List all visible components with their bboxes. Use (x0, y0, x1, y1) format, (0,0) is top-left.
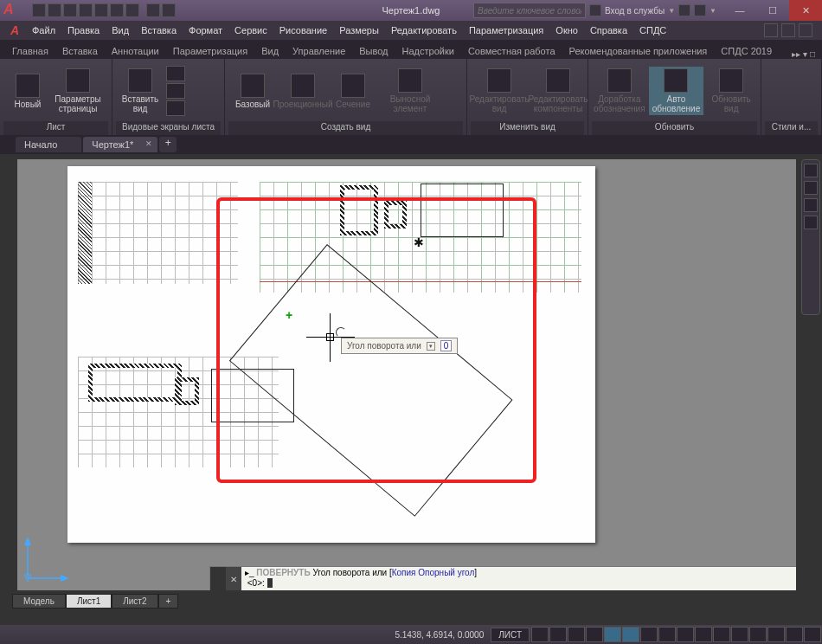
rtab-view[interactable]: Вид (254, 43, 286, 59)
menu-spds[interactable]: СПДС (633, 23, 672, 37)
rtab-manage[interactable]: Управление (286, 43, 352, 59)
pan-icon[interactable] (804, 181, 818, 195)
sb-ws[interactable] (749, 627, 767, 642)
angle-input[interactable]: 0 (440, 340, 453, 351)
zoom-icon[interactable] (804, 198, 818, 212)
btn-new-layout[interactable]: Новый (3, 72, 52, 111)
ltab-model[interactable]: Модель (12, 594, 66, 609)
doc-close[interactable] (799, 23, 812, 37)
cmd-close-icon[interactable]: ✕ (226, 567, 241, 590)
menu-edit[interactable]: Правка (61, 23, 106, 37)
btn-auto-update[interactable]: Авто обновление (649, 67, 704, 115)
qat-save[interactable] (63, 3, 77, 17)
menu-help[interactable]: Справка (584, 23, 633, 37)
sb-more[interactable] (804, 627, 821, 642)
maximize-button[interactable]: ☐ (756, 0, 789, 21)
dynamic-input[interactable]: Угол поворота или ▾ 0 (341, 338, 458, 354)
doc-max[interactable] (781, 23, 795, 37)
mode-chip[interactable]: ЛИСТ (491, 628, 530, 642)
menu-view[interactable]: Вид (106, 23, 135, 37)
sb-osnap[interactable] (604, 627, 621, 642)
sb-lwt[interactable] (658, 627, 676, 642)
doctab-start[interactable]: Начало (16, 137, 81, 152)
close-icon[interactable]: ✕ (145, 139, 152, 148)
qat-redo[interactable] (125, 3, 139, 17)
close-button[interactable]: ✕ (789, 0, 822, 21)
menu-format[interactable]: Формат (183, 23, 228, 37)
menu-insert[interactable]: Вставка (135, 23, 183, 37)
options-icon[interactable]: ▾ (427, 342, 435, 351)
qat-plot[interactable] (94, 3, 108, 17)
rtab-featured[interactable]: Рекомендованные приложения (562, 43, 715, 59)
app-menu-icon[interactable]: A (3, 23, 26, 38)
cmd-opt-copy[interactable]: Копия (392, 568, 416, 577)
btn-page-setup[interactable]: Параметры страницы (54, 67, 102, 115)
btn-base[interactable]: Базовый (228, 72, 277, 111)
qat-more1[interactable] (146, 3, 160, 17)
rtab-collab[interactable]: Совместная работа (461, 43, 562, 59)
menu-window[interactable]: Окно (549, 23, 584, 37)
sb-qp[interactable] (695, 627, 712, 642)
rtab-insert[interactable]: Вставка (55, 43, 105, 59)
rtab-output[interactable]: Вывод (352, 43, 395, 59)
menu-modify[interactable]: Редактировать (385, 23, 463, 37)
menu-param[interactable]: Параметризация (463, 23, 549, 37)
btn-projected[interactable]: Проекционный (279, 72, 327, 111)
drawing-canvas[interactable]: ✱ + Угол поворота или ▾ 0 Базовая точка:… (17, 159, 796, 590)
ltab-sheet1[interactable]: Лист1 (66, 594, 112, 609)
menu-service[interactable]: Сервис (228, 23, 273, 37)
sb-grid[interactable] (531, 627, 549, 642)
btn-update-view[interactable]: Обновить вид (705, 67, 757, 115)
search-input[interactable] (473, 3, 586, 18)
sb-clean[interactable] (786, 627, 803, 642)
sb-snap[interactable] (549, 627, 567, 642)
sb-trans[interactable] (677, 627, 694, 642)
ribbon-collapse-icon[interactable]: ▸▸ ▾ □ (792, 49, 815, 59)
wheel-icon[interactable] (804, 164, 818, 177)
exchange-icon[interactable] (678, 4, 690, 16)
btn-section[interactable]: Сечение (329, 72, 377, 111)
sm-viewport3[interactable] (166, 100, 185, 116)
sb-ann[interactable] (731, 627, 748, 642)
ltab-add[interactable]: + (158, 594, 179, 609)
btn-edit-comp[interactable]: Редактировать компоненты (530, 67, 587, 115)
qat-more2[interactable] (162, 3, 176, 17)
add-doc-button[interactable]: + (159, 137, 177, 152)
cmd-handle[interactable] (210, 567, 226, 590)
command-line[interactable]: ✕ ▸_ ПОВЕРНУТЬ Угол поворота или [Копия … (209, 566, 796, 590)
sb-ortho[interactable] (568, 627, 585, 642)
panel-label-viewports: Видовые экраны листа (116, 121, 221, 135)
doc-min[interactable] (764, 23, 778, 37)
qat-open[interactable] (48, 3, 61, 17)
user-icon[interactable] (589, 4, 601, 16)
qat-new[interactable] (32, 3, 46, 17)
sb-sc[interactable] (713, 627, 730, 642)
orbit-icon[interactable] (804, 216, 818, 229)
menu-dims[interactable]: Размеры (333, 23, 385, 37)
rtab-home[interactable]: Главная (5, 43, 55, 59)
sb-otrack[interactable] (622, 627, 639, 642)
qat-saveas[interactable] (79, 3, 93, 17)
sb-dyn[interactable] (640, 627, 658, 642)
qat-undo[interactable] (110, 3, 124, 17)
sm-viewport1[interactable] (166, 66, 185, 81)
rtab-annot[interactable]: Аннотации (105, 43, 166, 59)
sb-iso[interactable] (767, 627, 785, 642)
doctab-drawing[interactable]: Чертеж1*✕ (83, 137, 157, 152)
rtab-addins[interactable]: Надстройки (395, 43, 461, 59)
minimize-button[interactable]: — (723, 0, 756, 21)
btn-detail[interactable]: Выносной элемент (379, 67, 441, 115)
sm-viewport2[interactable] (166, 83, 185, 99)
btn-edit-view[interactable]: Редактировать вид (471, 67, 528, 115)
login-link[interactable]: Вход в службы (605, 6, 665, 16)
btn-symbol[interactable]: Доработка обозначения (592, 67, 647, 115)
help-icon[interactable] (694, 4, 706, 16)
cmd-opt-ref[interactable]: Опорный угол (418, 568, 474, 577)
rtab-spds[interactable]: СПДС 2019 (714, 43, 779, 59)
ltab-sheet2[interactable]: Лист2 (112, 594, 157, 609)
menu-draw[interactable]: Рисование (273, 23, 333, 37)
rtab-param[interactable]: Параметризация (166, 43, 254, 59)
menu-file[interactable]: Файл (26, 23, 61, 37)
btn-insert-view[interactable]: Вставить вид (116, 67, 164, 115)
sb-polar[interactable] (586, 627, 603, 642)
